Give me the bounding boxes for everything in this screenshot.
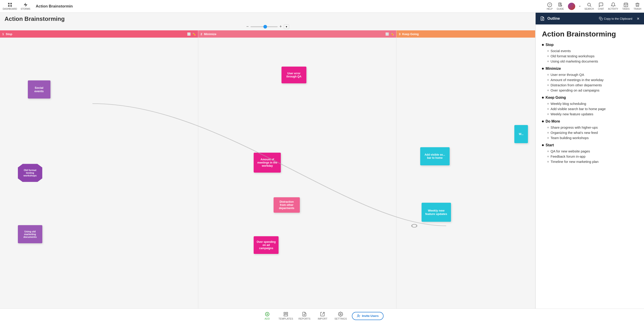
- outline-section-title: Start: [542, 143, 638, 147]
- outline-section-title: Minimize: [542, 67, 638, 71]
- trash-nav[interactable]: TRASH: [634, 2, 641, 10]
- import-bottom-item[interactable]: IMPORT: [316, 312, 329, 320]
- canvas-title: Action Brainstorming: [4, 16, 531, 23]
- sticky-distraction[interactable]: Distraction from other deparments: [274, 197, 300, 213]
- outline-sub-item: Feedback forum in-app: [548, 154, 638, 159]
- zoom-in-button[interactable]: +: [280, 24, 282, 29]
- svg-rect-3: [10, 5, 12, 7]
- copy-icon: [599, 17, 602, 20]
- outline-sub-item: Over spending on ad campaigns: [548, 88, 638, 93]
- circle-dot: [548, 90, 549, 91]
- outline-section: Keep GoingWeekly blog schedulingAdd visi…: [542, 96, 638, 117]
- outline-sub-item: Share progress with higher-ups: [548, 125, 638, 130]
- outline-sub-item: Weekly blog scheduling: [548, 101, 638, 106]
- bullet-dot: [542, 121, 544, 122]
- circle-dot: [548, 56, 549, 57]
- storms-nav[interactable]: STORMS: [20, 2, 30, 10]
- column-keep-header: 3 Keep Going: [396, 30, 535, 38]
- nav-right: ? HELP GUIDE ▾ SEARCH CHAT ACTIVITY TASK…: [547, 2, 641, 10]
- chat-nav[interactable]: CHAT: [598, 2, 604, 10]
- canvas-area: 1 Stop ⬜ ✏️ Social events Old format tes…: [0, 30, 536, 308]
- circle-dot: [548, 161, 549, 162]
- svg-rect-0: [8, 3, 9, 4]
- bullet-dot: [542, 68, 544, 70]
- avatar[interactable]: [568, 3, 575, 10]
- sticky-meetings[interactable]: Amount of meetings in the workday: [254, 153, 281, 173]
- circle-dot: [548, 137, 549, 139]
- page-title: Action Brainstormin: [36, 4, 543, 9]
- svg-rect-8: [624, 3, 628, 7]
- outline-sub-item: QA for new website pages: [548, 149, 638, 154]
- outline-section: Do MoreShare progress with higher-upsOrg…: [542, 119, 638, 140]
- column-minimize: 2 Minimize ⬜ ✏️ User error through QA Am…: [198, 30, 396, 308]
- circle-dot: [548, 108, 549, 110]
- top-nav: DASHBOARD STORMS Action Brainstormin ? H…: [0, 0, 644, 13]
- outline-header: Outline Copy to the Clipboard ×: [536, 13, 644, 25]
- zoom-out-button[interactable]: −: [246, 24, 249, 29]
- settings-bottom-item[interactable]: SETTINGS: [334, 312, 347, 320]
- bullet-dot: [542, 44, 544, 46]
- tasks-nav[interactable]: TASKS: [622, 2, 630, 10]
- search-nav[interactable]: SEARCH: [584, 2, 594, 10]
- circle-dot: [548, 85, 549, 86]
- sticky-search-bar[interactable]: Add visible se... bar to home: [420, 147, 450, 165]
- outline-main-title: Action Brainstorming: [542, 30, 638, 38]
- svg-rect-2: [8, 5, 9, 7]
- column-minimize-header: 2 Minimize ⬜ ✏️: [198, 30, 396, 38]
- canvas-header: Action Brainstorming: [0, 13, 536, 24]
- outline-section: MinimizeUser error through QAAmount of m…: [542, 67, 638, 93]
- svg-point-21: [340, 313, 342, 315]
- outline-sub-item: Old format testing workshops: [548, 54, 638, 59]
- outline-list: StopSocial eventsOld format testing work…: [542, 43, 638, 164]
- close-outline-button[interactable]: ×: [637, 16, 640, 21]
- guide-nav[interactable]: GUIDE: [557, 2, 564, 10]
- bullet-dot: [542, 97, 544, 99]
- circle-dot: [548, 114, 549, 115]
- sticky-old-format[interactable]: Old format testing workshops: [18, 164, 42, 182]
- invite-users-button[interactable]: Invite Users: [352, 312, 384, 320]
- dashboard-nav[interactable]: DASHBOARD: [3, 2, 17, 10]
- outline-sub-item: User error through QA: [548, 72, 638, 77]
- outline-section: StartQA for new website pagesFeedback fo…: [542, 143, 638, 164]
- circle-dot: [548, 79, 549, 81]
- help-nav[interactable]: ? HELP: [547, 2, 552, 10]
- outline-section-title: Do More: [542, 119, 638, 123]
- activity-nav[interactable]: ACTIVITY: [608, 2, 618, 10]
- circle-dot: [548, 127, 549, 128]
- outline-sub-list: User error through QAAmount of meetings …: [542, 72, 638, 93]
- outline-sub-list: Share progress with higher-upsOrganizing…: [542, 125, 638, 140]
- add-bottom-item[interactable]: ADD: [260, 312, 274, 320]
- outline-sub-item: Social events: [548, 48, 638, 54]
- outline-section: StopSocial eventsOld format testing work…: [542, 43, 638, 64]
- zoom-slider[interactable]: [250, 26, 278, 27]
- outline-sub-item: Distraction from other deparments: [548, 83, 638, 88]
- sticky-user-error[interactable]: User error through QA: [282, 67, 306, 83]
- outline-sub-item: Weekly new feature updates: [548, 111, 638, 117]
- outline-sub-item: Amount of meetings in the workday: [548, 77, 638, 83]
- sticky-overspend[interactable]: Over spending on ad campaigns: [254, 236, 278, 254]
- outline-sub-list: Weekly blog schedulingAdd visible search…: [542, 101, 638, 117]
- svg-point-22: [358, 315, 359, 316]
- svg-rect-16: [284, 312, 285, 314]
- outline-sub-item: Organizing the what's new feed: [548, 130, 638, 135]
- circle-dot: [548, 74, 549, 75]
- sticky-social-events[interactable]: Social events: [28, 80, 50, 99]
- circle-dot: [548, 103, 549, 104]
- bullet-dot: [542, 144, 544, 146]
- outline-sub-item: Team building workshops: [548, 135, 638, 140]
- outline-sub-item: Add visible search bar to home page: [548, 106, 638, 111]
- chevron-down-icon[interactable]: ▾: [579, 5, 580, 8]
- outline-title: Outline: [548, 17, 596, 21]
- outline-section-title: Stop: [542, 43, 638, 47]
- templates-bottom-item[interactable]: TEMPLATES: [278, 312, 293, 320]
- reports-bottom-item[interactable]: REPORTS: [298, 312, 311, 320]
- sticky-old-marketing[interactable]: Using old marketing documents: [18, 225, 42, 243]
- column-stop-header: 1 Stop ⬜ ✏️: [0, 30, 198, 38]
- columns-container: 1 Stop ⬜ ✏️ Social events Old format tes…: [0, 30, 536, 308]
- zoom-dropdown[interactable]: ▾: [284, 25, 289, 29]
- circle-dot: [548, 132, 549, 133]
- copy-to-clipboard-button[interactable]: Copy to the Clipboard: [599, 17, 632, 20]
- sticky-weekly-cut[interactable]: W...: [514, 125, 528, 143]
- outline-sub-item: Using old marketing documents: [548, 59, 638, 64]
- sticky-weekly-features[interactable]: Weekly new feature updates: [422, 203, 451, 222]
